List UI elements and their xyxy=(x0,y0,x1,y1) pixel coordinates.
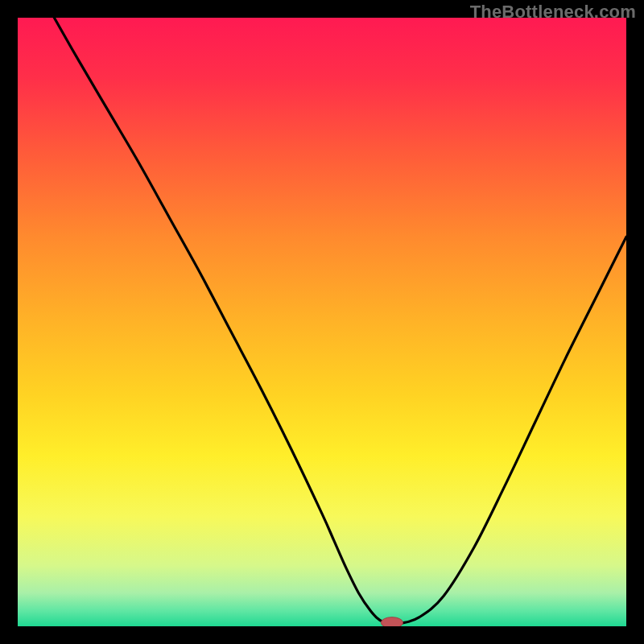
gradient-background xyxy=(18,18,626,626)
bottleneck-chart xyxy=(18,18,626,626)
plot-area xyxy=(18,18,626,626)
chart-frame: TheBottleneck.com xyxy=(0,0,644,644)
optimal-point-marker xyxy=(381,617,402,626)
